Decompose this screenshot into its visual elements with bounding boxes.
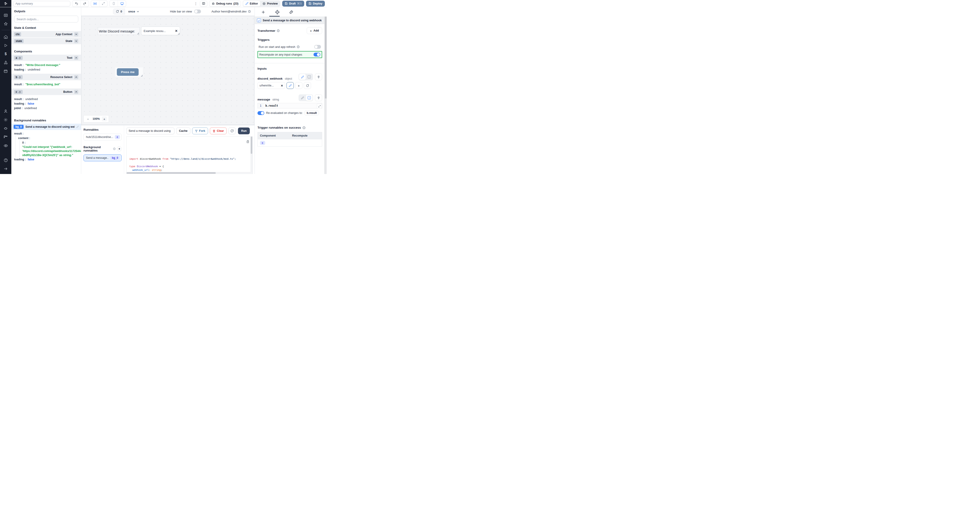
copy-icon[interactable] <box>247 140 249 143</box>
eval-mode-button[interactable]: f <box>306 74 313 80</box>
ctx-row[interactable]: ctx App Context <box>11 31 81 38</box>
search-outputs-input[interactable] <box>14 16 78 22</box>
message-expression-editor[interactable]: 1 b.result <box>258 103 322 108</box>
resize-handle[interactable] <box>141 75 142 76</box>
home-icon[interactable] <box>2 33 10 40</box>
runnable-item-badge: c <box>115 135 120 139</box>
hide-bar-toggle[interactable] <box>194 10 201 13</box>
resources-icon[interactable] <box>2 59 10 66</box>
clear-button[interactable]: Clear <box>210 127 227 134</box>
component-b-row[interactable]: b Resource Select <box>11 74 81 81</box>
resource-select-component[interactable]: Example resou... ✕ <box>141 27 180 35</box>
cache-button[interactable]: Cache <box>176 127 190 134</box>
chevron-down-icon[interactable] <box>74 32 78 36</box>
refresh-icon <box>231 129 234 132</box>
resize-handle[interactable] <box>137 33 139 34</box>
tab-styling-brush[interactable] <box>289 10 294 14</box>
add-bg-runnable-button[interactable]: + <box>117 146 122 151</box>
pencil-icon[interactable] <box>76 126 79 128</box>
run-on-start-toggle[interactable] <box>314 45 321 49</box>
apps-icon[interactable] <box>2 12 10 19</box>
clear-icon[interactable]: ✕ <box>281 84 283 88</box>
component-b-id: b <box>16 76 17 79</box>
edit-resource-button[interactable] <box>286 82 294 89</box>
refresh-resource-button[interactable] <box>304 82 311 89</box>
reevaluate-toggle[interactable] <box>258 111 264 115</box>
tab-add-component[interactable] <box>261 10 266 14</box>
debug-runs-button[interactable]: Debug runs (23) <box>209 1 241 6</box>
component-c-badge: c <box>260 141 265 145</box>
run-button[interactable]: Run <box>238 127 250 134</box>
button-component[interactable]: Press me <box>115 67 143 77</box>
runnable-item[interactable]: hub/1511/discord/se... c <box>83 134 122 140</box>
folders-icon[interactable] <box>2 134 10 140</box>
runnable-name-input[interactable] <box>126 127 175 134</box>
resize-handle[interactable] <box>178 33 180 35</box>
more-menu-button[interactable]: ⋮ <box>194 2 198 6</box>
static-pencil-mode-button[interactable] <box>299 74 306 80</box>
desktop-view-button[interactable] <box>118 1 126 6</box>
runs-icon[interactable] <box>2 42 10 49</box>
text-component[interactable]: Write Discord message: <box>98 27 139 35</box>
static-pencil-mode-button[interactable] <box>299 95 306 101</box>
inspector-scrollbar[interactable] <box>325 17 327 174</box>
schedules-icon[interactable] <box>2 68 10 75</box>
tab-component-settings[interactable] <box>275 10 280 14</box>
app-canvas[interactable]: Write Discord message: Example resou... … <box>81 16 254 125</box>
add-transformer-button[interactable]: + Add <box>307 27 322 34</box>
expand-editor-icon[interactable] <box>317 103 322 109</box>
audit-eye-icon[interactable] <box>2 142 10 149</box>
favorites-star-icon[interactable] <box>2 21 10 27</box>
draft-button[interactable]: Draft ⌘S <box>282 1 304 6</box>
field-name: discord_webhook <box>258 77 283 80</box>
add-label: Add <box>313 29 319 32</box>
resource-picker[interactable]: u/henri/te... ✕ <box>258 82 285 89</box>
bug-icon <box>212 2 215 5</box>
user-icon[interactable] <box>2 108 10 115</box>
settings-gear-icon[interactable] <box>2 116 10 123</box>
windmill-logo[interactable] <box>0 0 11 7</box>
bg0-row[interactable]: bg_0 Send a message to discord using web… <box>11 124 81 130</box>
undo-button[interactable] <box>72 1 81 6</box>
code-editor[interactable]: import discordwebhook from "https://deno… <box>126 136 253 174</box>
align-center-button[interactable] <box>91 1 99 6</box>
chevron-up-icon[interactable] <box>74 75 78 79</box>
reevaluate-target-chip[interactable]: b.result <box>304 110 319 115</box>
zoom-out-button[interactable]: − <box>86 116 91 121</box>
clear-icon[interactable]: ✕ <box>175 29 178 33</box>
expand-button[interactable] <box>99 1 107 6</box>
variables-icon[interactable]: $ <box>2 51 10 57</box>
zoom-in-button[interactable]: + <box>102 116 107 121</box>
chevron-up-icon[interactable] <box>74 90 78 94</box>
tab-editor[interactable]: Editor <box>243 1 260 6</box>
collapse-arrow-icon[interactable] <box>2 166 10 172</box>
eval-mode-button[interactable]: f <box>306 95 313 101</box>
prop-key: result <box>14 97 24 101</box>
bg-runnable-item[interactable]: Send a message... bg_0 <box>83 154 122 161</box>
recompute-toggle[interactable] <box>313 53 320 56</box>
run-mode-select[interactable]: once <box>127 10 139 13</box>
chevron-up-icon[interactable] <box>74 56 78 60</box>
code-vertical-scrollbar[interactable] <box>250 137 253 174</box>
code-horizontal-scrollbar[interactable] <box>127 172 250 174</box>
redo-button[interactable] <box>81 1 89 6</box>
refresh-count-button[interactable]: 0 <box>113 9 125 14</box>
tab-preview[interactable]: Preview <box>260 1 280 6</box>
mobile-view-button[interactable] <box>110 1 118 6</box>
input-mode-segment: f <box>299 94 313 101</box>
workers-icon[interactable] <box>2 125 10 132</box>
refresh-code-button[interactable] <box>228 127 236 134</box>
connect-plug-button[interactable] <box>315 73 322 80</box>
app-summary-input[interactable] <box>13 1 70 6</box>
state-row[interactable]: state State <box>11 38 81 45</box>
help-icon[interactable] <box>2 157 10 164</box>
component-a-row[interactable]: a Text <box>11 55 81 62</box>
connect-plug-button[interactable] <box>315 94 322 101</box>
docs-button[interactable] <box>200 1 207 6</box>
deploy-button[interactable]: Deploy <box>306 1 325 6</box>
fork-button[interactable]: Fork <box>192 127 208 134</box>
press-me-button[interactable]: Press me <box>117 68 138 76</box>
chevron-down-icon[interactable] <box>74 39 78 43</box>
add-resource-button[interactable]: + <box>295 82 302 89</box>
component-c-row[interactable]: c Button <box>11 89 81 95</box>
